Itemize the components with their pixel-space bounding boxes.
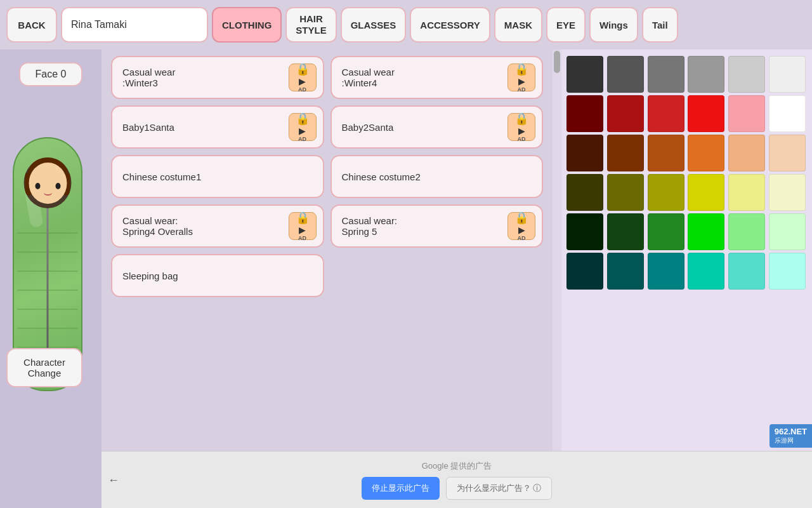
watermark-site: 962.NET: [775, 427, 807, 436]
tab-accessory[interactable]: ACCESSORY: [410, 7, 490, 43]
play-icon: ▶: [299, 126, 306, 136]
char-eyes: [35, 183, 60, 189]
color-swatch-0-3[interactable]: [688, 56, 724, 93]
lock-badge: 🔒 ▶ AD: [289, 113, 317, 141]
color-swatch-1-1[interactable]: [607, 95, 644, 132]
lock-badge: 🔒 ▶ AD: [508, 64, 535, 91]
color-swatch-4-1[interactable]: [607, 213, 644, 250]
top-nav: BACK CLOTHING HAIRSTYLE GLASSES ACCESSOR…: [0, 0, 812, 50]
color-swatch-0-2[interactable]: [648, 56, 684, 93]
color-swatch-3-0[interactable]: [566, 174, 603, 211]
tab-wings[interactable]: Wings: [589, 7, 638, 43]
tab-tail[interactable]: Tail: [642, 7, 678, 43]
color-swatch-0-5[interactable]: [769, 56, 806, 93]
lock-badge: 🔒 ▶ AD: [508, 113, 535, 141]
lock-icon: 🔒: [296, 112, 310, 126]
clothing-grid: Casual wear:Winter3 🔒 ▶ AD Casual wear:W…: [102, 50, 553, 508]
color-swatch-2-3[interactable]: [688, 135, 724, 171]
tab-hairstyle[interactable]: HAIRSTYLE: [285, 7, 336, 43]
clothing-item-casual-winter3[interactable]: Casual wear:Winter3 🔒 ▶ AD: [111, 56, 324, 99]
color-swatch-5-1[interactable]: [607, 253, 644, 290]
tab-glasses[interactable]: GLASSES: [341, 7, 407, 43]
color-swatch-2-2[interactable]: [648, 135, 684, 171]
play-icon: ▶: [518, 225, 525, 235]
ad-back-button[interactable]: ←: [108, 473, 119, 486]
why-ad-button[interactable]: 为什么显示此广告？ ⓘ: [446, 477, 553, 500]
color-swatch-0-4[interactable]: [728, 56, 765, 93]
clothing-label: Baby2Santa: [342, 122, 394, 133]
color-swatch-4-0[interactable]: [566, 213, 603, 250]
ad-label: AD: [298, 86, 306, 93]
play-icon: ▶: [299, 225, 306, 235]
character-name-input[interactable]: [61, 7, 208, 43]
color-swatch-3-5[interactable]: [769, 174, 806, 211]
color-swatch-0-1[interactable]: [607, 56, 644, 93]
color-swatch-2-4[interactable]: [728, 135, 765, 171]
clothing-label: Chinese costume2: [342, 171, 421, 182]
head-opening: [24, 157, 72, 208]
color-swatch-5-5[interactable]: [769, 253, 806, 290]
back-button[interactable]: BACK: [6, 7, 57, 43]
color-swatch-5-4[interactable]: [728, 253, 765, 290]
lock-icon: 🔒: [296, 62, 310, 76]
tab-mask[interactable]: MASK: [494, 7, 542, 43]
clothing-item-chinese-costume2[interactable]: Chinese costume2: [331, 155, 544, 198]
color-swatch-5-0[interactable]: [566, 253, 603, 290]
ad-label: AD: [518, 86, 526, 93]
clothing-label: Casual wear:Spring 5: [342, 215, 398, 237]
character-change-button[interactable]: Character Change: [6, 348, 82, 387]
color-swatch-1-4[interactable]: [728, 95, 765, 132]
color-swatch-0-0[interactable]: [566, 56, 603, 93]
left-panel: Face 0: [0, 50, 102, 508]
play-icon: ▶: [299, 76, 306, 86]
color-swatch-4-4[interactable]: [728, 213, 765, 250]
color-swatch-3-2[interactable]: [648, 174, 684, 211]
mid-scrollbar[interactable]: [553, 50, 561, 508]
clothing-item-casual-winter4[interactable]: Casual wear:Winter4 🔒 ▶ AD: [331, 56, 544, 99]
color-swatch-1-3[interactable]: [688, 95, 724, 132]
color-swatch-4-5[interactable]: [769, 213, 806, 250]
play-icon: ▶: [518, 126, 525, 136]
color-swatch-4-3[interactable]: [688, 213, 724, 250]
color-swatch-1-2[interactable]: [648, 95, 684, 132]
clothing-item-casual-spring4[interactable]: Casual wear:Spring4 Overalls 🔒 ▶ AD: [111, 204, 324, 248]
char-face: [29, 163, 67, 204]
lock-badge: 🔒 ▶ AD: [289, 212, 317, 240]
tab-clothing[interactable]: CLOTHING: [212, 7, 282, 43]
ad-buttons: 停止显示此广告 为什么显示此广告？ ⓘ: [362, 477, 553, 500]
clothing-item-chinese-costume1[interactable]: Chinese costume1: [111, 155, 324, 198]
lock-badge: 🔒 ▶ AD: [508, 212, 535, 240]
color-swatch-1-5[interactable]: [769, 95, 806, 132]
clothing-item-sleeping-bag[interactable]: Sleeping bag: [111, 254, 324, 297]
clothing-label: Casual wear:Winter4: [342, 67, 395, 88]
clothing-label: Casual wear:Spring4 Overalls: [122, 215, 193, 237]
color-swatch-2-5[interactable]: [769, 135, 806, 171]
color-swatch-3-3[interactable]: [688, 174, 724, 211]
ad-label: AD: [518, 136, 526, 142]
clothing-item-casual-spring5[interactable]: Casual wear:Spring 5 🔒 ▶ AD: [331, 204, 544, 248]
clothing-label: Chinese costume1: [122, 171, 201, 182]
clothing-item-baby1santa[interactable]: Baby1Santa 🔒 ▶ AD: [111, 105, 324, 149]
stop-ad-button[interactable]: 停止显示此广告: [362, 477, 440, 500]
char-eye-left: [35, 183, 40, 189]
tab-eye[interactable]: EYE: [546, 7, 586, 43]
ad-title: Google 提供的广告: [422, 460, 492, 472]
clothing-item-baby2santa[interactable]: Baby2Santa 🔒 ▶ AD: [331, 105, 544, 149]
color-swatch-2-1[interactable]: [607, 135, 644, 171]
color-swatch-4-2[interactable]: [648, 213, 684, 250]
color-swatch-5-2[interactable]: [648, 253, 684, 290]
clothing-label: Sleeping bag: [122, 271, 178, 281]
color-swatch-2-0[interactable]: [566, 135, 603, 171]
lock-icon: 🔒: [514, 112, 528, 126]
clothing-label: Baby1Santa: [122, 122, 174, 133]
watermark-sub: 乐游网: [775, 436, 807, 445]
color-swatch-5-3[interactable]: [688, 253, 724, 290]
char-mouth: [43, 192, 52, 196]
face-button[interactable]: Face 0: [19, 62, 82, 86]
color-swatch-3-1[interactable]: [607, 174, 644, 211]
lock-icon: 🔒: [296, 211, 310, 225]
play-icon: ▶: [518, 76, 525, 86]
color-swatch-1-0[interactable]: [566, 95, 603, 132]
lock-icon: 🔒: [514, 211, 528, 225]
color-swatch-3-4[interactable]: [728, 174, 765, 211]
